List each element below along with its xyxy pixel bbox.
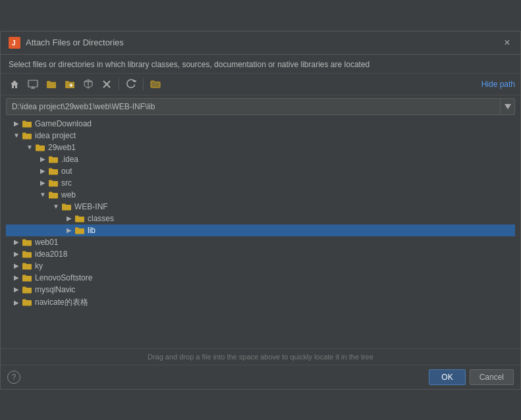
tree-item[interactable]: ▼ idea project <box>6 130 515 142</box>
tree-item-label: navicate的表格 <box>35 297 88 308</box>
delete-button[interactable] <box>98 76 115 92</box>
folder-icon <box>48 190 59 199</box>
tree-item-label: LenovoSoftstore <box>35 273 92 282</box>
expand-arrow[interactable]: ▶ <box>38 179 48 186</box>
expand-arrow[interactable]: ▶ <box>11 274 22 281</box>
folder-icon <box>74 214 85 223</box>
tree-item[interactable]: ▶ .idea <box>6 153 515 165</box>
close-button[interactable]: × <box>502 38 512 48</box>
folder-icon <box>35 143 45 152</box>
svg-text:J: J <box>12 39 16 47</box>
tree-item[interactable]: ▶ ky <box>6 260 515 272</box>
tree-item[interactable]: ▶ mysqlNavic <box>6 284 515 296</box>
tree-item-label: web <box>61 190 76 199</box>
path-input[interactable] <box>7 99 500 114</box>
path-dropdown-button[interactable] <box>500 99 514 115</box>
drag-hint: Drag and drop a file into the space abov… <box>1 348 520 365</box>
expand-arrow[interactable]: ▶ <box>11 238 22 246</box>
tree-item[interactable]: ▶ LenovoSoftstore <box>6 272 515 284</box>
expand-arrow[interactable]: ▶ <box>11 299 22 306</box>
expand-arrow[interactable]: ▶ <box>38 155 48 163</box>
folder-icon <box>22 131 32 140</box>
folder-icon <box>22 249 32 259</box>
dialog-subtitle: Select files or directories in which lib… <box>1 55 520 74</box>
tree-item[interactable]: ▼ WEB-INF <box>6 201 515 213</box>
expand-arrow[interactable]: ▶ <box>64 215 74 222</box>
tree-item-label: .idea <box>61 155 78 164</box>
tree-item-label: src <box>61 178 72 188</box>
expand-arrow[interactable]: ▼ <box>38 191 48 198</box>
tree-item-label: idea2018 <box>35 249 67 259</box>
tree-item-selected[interactable]: ▶ lib <box>6 224 515 236</box>
expand-arrow[interactable]: ▶ <box>38 167 48 174</box>
tree-item-label: mysqlNavic <box>35 285 75 294</box>
tree-item-label: WEB-INF <box>74 202 108 211</box>
navigate-button[interactable] <box>80 76 97 92</box>
tree-item[interactable]: ▶ out <box>6 165 515 177</box>
tree-item-label: lib <box>88 226 96 235</box>
folder-icon <box>22 238 32 247</box>
expand-arrow[interactable]: ▶ <box>11 250 22 257</box>
title-bar: J Attach Files or Directories × <box>1 32 520 55</box>
tree-item-label: 29web1 <box>48 143 76 152</box>
svg-rect-2 <box>28 80 38 87</box>
folder-icon <box>48 178 59 188</box>
hide-path-button[interactable]: Hide path <box>481 80 515 89</box>
tree-item[interactable]: ▼ 29web1 <box>6 142 515 153</box>
expand-arrow[interactable]: ▶ <box>11 286 22 293</box>
tree-item[interactable]: ▶ GameDownload <box>6 118 515 130</box>
expand-arrow[interactable]: ▼ <box>51 203 61 210</box>
folder-icon <box>22 261 32 271</box>
expand-arrow[interactable]: ▶ <box>11 262 22 269</box>
svg-marker-9 <box>505 104 511 109</box>
toolbar-separator-2 <box>143 78 144 90</box>
cancel-button[interactable]: Cancel <box>470 369 514 385</box>
expand-arrow[interactable]: ▼ <box>24 144 35 151</box>
desktop-button[interactable] <box>24 76 41 92</box>
toolbar: Hide path <box>1 74 520 95</box>
file-tree[interactable]: ▶ GameDownload ▼ idea project ▼ 29web1 <box>6 118 515 348</box>
folder-icon <box>48 155 59 164</box>
tree-item[interactable]: ▼ web <box>6 189 515 201</box>
tree-item-label: ky <box>35 261 43 271</box>
dialog-title: Attach Files or Directories <box>26 38 497 47</box>
tree-item-label: GameDownload <box>35 119 92 128</box>
tree-item-label: web01 <box>35 238 58 247</box>
folder-icon <box>22 119 32 128</box>
path-bar <box>6 98 515 115</box>
ok-button[interactable]: OK <box>429 369 465 385</box>
app-icon: J <box>9 37 20 49</box>
tree-item-label: out <box>61 167 72 176</box>
tree-item[interactable]: ▶ navicate的表格 <box>6 296 515 309</box>
tree-item[interactable]: ▶ classes <box>6 213 515 224</box>
folder-icon <box>22 285 32 294</box>
refresh-button[interactable] <box>123 76 140 92</box>
folder-icon <box>61 202 72 211</box>
show-hidden-button[interactable] <box>147 76 164 92</box>
expand-arrow[interactable]: ▼ <box>11 132 22 139</box>
folder-icon <box>22 298 32 307</box>
expand-arrow[interactable]: ▶ <box>11 120 22 127</box>
tree-item-label: idea project <box>35 131 76 140</box>
tree-item[interactable]: ▶ src <box>6 177 515 189</box>
tree-item[interactable]: ▶ web01 <box>6 236 515 248</box>
toolbar-separator <box>119 78 119 90</box>
home-button[interactable] <box>6 76 23 92</box>
folder-icon <box>48 167 59 176</box>
tree-item-label: classes <box>88 214 114 223</box>
new-folder-button[interactable] <box>43 76 60 92</box>
bottom-bar: ? OK Cancel <box>1 365 520 389</box>
new-folder2-button[interactable] <box>61 76 78 92</box>
help-button[interactable]: ? <box>7 371 20 384</box>
folder-icon <box>74 226 85 235</box>
tree-item[interactable]: ▶ idea2018 <box>6 248 515 260</box>
attach-files-dialog: J Attach Files or Directories × Select f… <box>0 31 521 390</box>
expand-arrow[interactable]: ▶ <box>64 226 74 234</box>
folder-icon <box>22 273 32 282</box>
